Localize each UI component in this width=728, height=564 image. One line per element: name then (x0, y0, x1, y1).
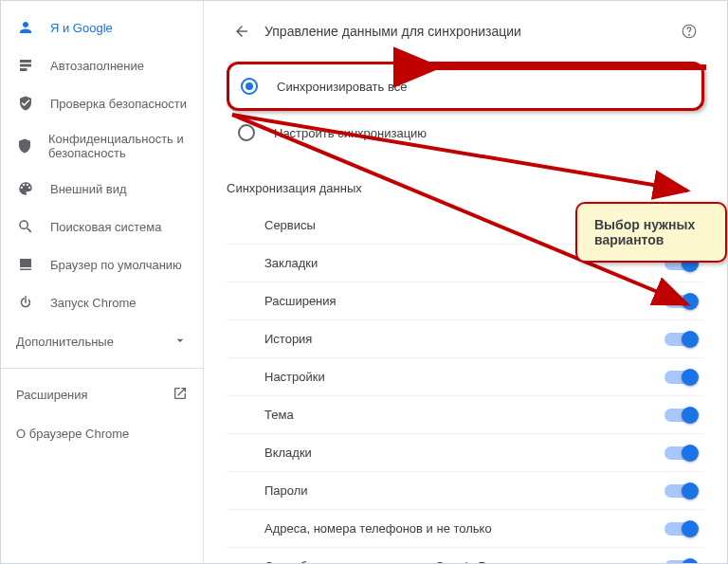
search-icon (16, 217, 35, 236)
toggle-tabs[interactable] (664, 446, 697, 460)
radio-label: Настроить синхронизацию (274, 126, 427, 140)
divider (1, 368, 203, 369)
sidebar-item-label: Проверка безопасности (50, 97, 187, 111)
radio-icon (241, 78, 258, 95)
sidebar-item-label: Я и Google (50, 21, 113, 35)
security-icon (16, 136, 33, 155)
radio-icon (238, 124, 255, 141)
default-browser-icon (16, 255, 35, 274)
sync-item-label: Сервисы (264, 218, 316, 232)
main-content: Управление данными для синхронизации Син… (204, 1, 727, 563)
sync-item-label: История (264, 332, 312, 346)
sidebar-item-label: Автозаполнение (50, 59, 144, 73)
toggle-passwords[interactable] (664, 484, 697, 498)
help-icon (681, 23, 698, 40)
sync-item-label: Пароли (264, 483, 308, 498)
sync-item-label: Закладки (264, 256, 318, 270)
annotation-callout: Выбор нужных вариантов (575, 202, 727, 263)
sidebar-item-label: Браузер по умолчанию (50, 258, 182, 272)
palette-icon (16, 179, 35, 198)
sidebar-item-privacy[interactable]: Конфиденциальность и безопасность (1, 122, 203, 170)
sidebar-extensions[interactable]: Расширения (1, 374, 203, 415)
sidebar-item-autofill[interactable]: Автозаполнение (1, 46, 203, 84)
sidebar-item-label: Запуск Chrome (50, 296, 136, 310)
sidebar-item-safety-check[interactable]: Проверка безопасности (1, 84, 203, 122)
toggle-addresses[interactable] (664, 522, 697, 536)
sidebar-advanced[interactable]: Дополнительные (1, 321, 203, 362)
chevron-down-icon (173, 333, 188, 351)
toggle-payment[interactable] (664, 560, 697, 564)
radio-customize-sync[interactable]: Настроить синхронизацию (227, 111, 704, 155)
sync-item-payment: Способы оплаты и адреса из Google Pay (227, 548, 704, 563)
page-header: Управление данными для синхронизации (227, 12, 704, 62)
external-link-icon (173, 386, 188, 404)
power-icon (16, 293, 35, 312)
sidebar-item-search[interactable]: Поисковая система (1, 208, 203, 246)
sidebar-about-label: О браузере Chrome (16, 427, 129, 441)
annotation-text: Выбор нужных вариантов (594, 217, 695, 247)
sidebar-extensions-label: Расширения (16, 388, 88, 402)
radio-sync-all[interactable]: Синхронизировать все (227, 62, 704, 111)
sidebar-about[interactable]: О браузере Chrome (1, 415, 203, 452)
toggle-settings[interactable] (664, 371, 697, 384)
sidebar: Я и Google Автозаполнение Проверка безоп… (1, 1, 204, 563)
sidebar-item-default-browser[interactable]: Браузер по умолчанию (1, 246, 203, 283)
sidebar-item-label: Конфиденциальность и безопасность (48, 132, 188, 160)
sync-item-history: История (227, 320, 704, 358)
arrow-left-icon (233, 23, 250, 40)
sidebar-item-you-and-google[interactable]: Я и Google (1, 9, 203, 46)
sync-item-tabs: Вкладки (227, 434, 704, 472)
svg-point-1 (689, 34, 690, 35)
shield-check-icon (16, 94, 35, 113)
sync-item-label: Тема (264, 408, 294, 422)
back-button[interactable] (227, 16, 257, 46)
autofill-icon (16, 56, 35, 75)
sync-item-addresses: Адреса, номера телефонов и не только (227, 510, 704, 548)
radio-label: Синхронизировать все (277, 80, 407, 94)
toggle-extensions[interactable] (664, 295, 697, 308)
help-button[interactable] (674, 16, 704, 46)
sidebar-item-appearance[interactable]: Внешний вид (1, 170, 203, 208)
sync-item-settings: Настройки (227, 358, 704, 396)
sync-item-label: Вкладки (264, 446, 312, 460)
sync-item-theme: Тема (227, 396, 704, 434)
sidebar-item-label: Поисковая система (50, 220, 162, 234)
toggle-theme[interactable] (664, 409, 697, 422)
sync-item-passwords: Пароли (227, 472, 704, 510)
toggle-history[interactable] (664, 333, 697, 346)
sidebar-item-label: Внешний вид (50, 182, 127, 196)
sync-item-label: Способы оплаты и адреса из Google Pay (264, 559, 500, 563)
sync-item-label: Адреса, номера телефонов и не только (264, 521, 492, 536)
sidebar-advanced-label: Дополнительные (16, 335, 114, 349)
page-title: Управление данными для синхронизации (264, 24, 674, 39)
sidebar-item-on-startup[interactable]: Запуск Chrome (1, 283, 203, 321)
sync-item-label: Расширения (264, 294, 337, 308)
sync-item-extensions: Расширения (227, 282, 704, 320)
sync-item-label: Настройки (264, 370, 325, 384)
sync-mode-group: Синхронизировать все Настроить синхрониз… (227, 62, 704, 155)
person-icon (16, 18, 35, 37)
